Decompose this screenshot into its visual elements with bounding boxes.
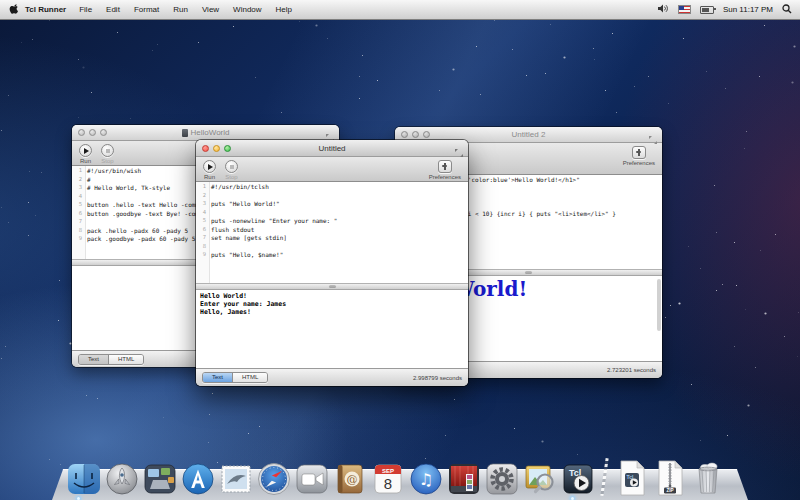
- close-button[interactable]: [401, 131, 408, 138]
- dock-item-ical[interactable]: SEP8: [370, 460, 405, 496]
- close-button[interactable]: [202, 145, 209, 152]
- input-language-flag-icon[interactable]: [678, 5, 691, 14]
- dock-item-mail[interactable]: [218, 460, 253, 496]
- dock-item-facetime[interactable]: [294, 460, 329, 496]
- minimize-button[interactable]: [213, 145, 220, 152]
- code-line: 2: [196, 192, 468, 201]
- window-untitled: Untitled Run Stop Preferences 1#!/usr/bi…: [196, 140, 468, 386]
- launchpad-icon: [105, 462, 139, 496]
- stop-icon: [106, 149, 110, 153]
- finder-icon: [67, 462, 101, 496]
- mail-icon: [219, 462, 253, 496]
- slider-icon: [444, 163, 446, 170]
- titlebar[interactable]: Untitled: [196, 140, 468, 157]
- tcl-document-icon: Tcl: [616, 460, 648, 496]
- menu-item-format[interactable]: Format: [127, 5, 166, 14]
- dock-separator: [600, 458, 608, 496]
- zoom-button[interactable]: [224, 145, 231, 152]
- output-mode-control: TextHTML: [202, 372, 268, 383]
- tab-html[interactable]: HTML: [108, 355, 143, 364]
- menu-app-name[interactable]: Tcl Runner: [25, 5, 66, 14]
- output-pane[interactable]: Hello World!Enter your name: JamesHello,…: [196, 290, 468, 368]
- bottom-bar: TextHTML 2.998799 seconds: [196, 368, 468, 386]
- run-button[interactable]: Run: [79, 144, 92, 164]
- desktop: Tcl Runner FileEditFormatRunViewWindowHe…: [0, 0, 800, 500]
- code-line: 5puts -nonewline "Enter your name: ": [196, 217, 468, 226]
- calendar-icon: SEP8: [371, 462, 405, 496]
- run-time: 2.998799 seconds: [413, 375, 462, 381]
- zoom-button[interactable]: [100, 129, 107, 136]
- window-title: Untitled 2: [395, 130, 662, 139]
- output-line: Enter your name: James: [200, 300, 468, 308]
- photo-booth-icon: [447, 462, 481, 496]
- toolbar: Run Stop Preferences: [196, 157, 468, 182]
- minimize-button[interactable]: [89, 129, 96, 136]
- scrollbar[interactable]: [657, 279, 661, 331]
- code-line: 1#!/usr/bin/tclsh: [196, 183, 468, 192]
- dock-item-launchpad[interactable]: [104, 460, 139, 496]
- zip-label: ZIP: [666, 488, 673, 493]
- preferences-button[interactable]: Preferences: [623, 146, 655, 166]
- run-time: 2.723201 seconds: [607, 367, 656, 373]
- dock-item-preview[interactable]: [522, 460, 557, 496]
- preferences-button[interactable]: Preferences: [429, 160, 461, 180]
- gear-icon: [485, 462, 519, 496]
- tab-text[interactable]: Text: [203, 373, 232, 382]
- dock-item-finder[interactable]: [66, 460, 101, 496]
- code-line: 3puts "Hello World!": [196, 200, 468, 209]
- tab-text[interactable]: Text: [79, 355, 108, 364]
- menu-bar: Tcl Runner FileEditFormatRunViewWindowHe…: [0, 0, 800, 20]
- code-editor[interactable]: 1#!/usr/bin/tclsh23puts "Hello World!"45…: [196, 182, 468, 283]
- dock-item-zip-archive[interactable]: ZIP: [652, 460, 687, 496]
- resize-icon[interactable]: [455, 143, 463, 161]
- close-button[interactable]: [78, 129, 85, 136]
- code-line: 6flush stdout: [196, 226, 468, 235]
- menu-item-window[interactable]: Window: [226, 5, 268, 14]
- dock-item-itunes[interactable]: ♫: [408, 460, 443, 496]
- tab-html[interactable]: HTML: [232, 373, 267, 382]
- dock-item-app-store[interactable]: [180, 460, 215, 496]
- battery-icon[interactable]: [700, 6, 714, 14]
- menu-item-file[interactable]: File: [72, 5, 99, 14]
- dock-item-tcl-document[interactable]: Tcl: [614, 460, 649, 496]
- menu-item-edit[interactable]: Edit: [99, 5, 127, 14]
- app-store-icon: [181, 462, 215, 496]
- minimize-button[interactable]: [412, 131, 419, 138]
- code-line: 9puts "Hello, $name!": [196, 251, 468, 260]
- stop-button[interactable]: Stop: [225, 160, 238, 180]
- titlebar[interactable]: HelloWorld: [72, 125, 339, 141]
- document-proxy-icon[interactable]: [182, 129, 188, 137]
- menu-item-view[interactable]: View: [195, 5, 226, 14]
- menu-items: FileEditFormatRunViewWindowHelp: [72, 5, 299, 14]
- window-title: HelloWorld: [72, 128, 339, 137]
- splitter-handle[interactable]: [196, 283, 468, 290]
- calendar-day: 8: [383, 475, 391, 492]
- menu-item-run[interactable]: Run: [166, 5, 195, 14]
- apple-menu-icon[interactable]: [8, 3, 18, 17]
- dock-item-system-preferences[interactable]: [484, 460, 519, 496]
- preview-icon: [523, 462, 557, 496]
- dock-item-tcl-runner[interactable]: Tcl: [560, 460, 595, 496]
- resize-icon[interactable]: [649, 130, 657, 148]
- menu-clock[interactable]: Sun 11:17 PM: [723, 5, 773, 14]
- spotlight-icon[interactable]: [782, 4, 792, 16]
- code-line: 8: [196, 243, 468, 252]
- dock-item-mission-control[interactable]: [142, 460, 177, 496]
- trash-icon: [691, 460, 725, 496]
- slider-icon: [638, 149, 640, 156]
- dock-item-address-book[interactable]: @: [332, 460, 367, 496]
- dock-item-safari[interactable]: [256, 460, 291, 496]
- play-icon: [84, 148, 89, 154]
- stop-button[interactable]: Stop: [101, 144, 114, 164]
- mission-control-icon: [143, 462, 177, 496]
- calendar-month: SEP: [381, 468, 393, 474]
- dock: @ SEP8 ♫ Tcl Tcl ZIP: [66, 458, 725, 496]
- address-book-icon: @: [333, 462, 367, 496]
- svg-text:♫: ♫: [418, 470, 432, 489]
- volume-icon[interactable]: [658, 4, 669, 15]
- dock-item-photo-booth[interactable]: [446, 460, 481, 496]
- menu-item-help[interactable]: Help: [269, 5, 299, 14]
- dock-item-trash[interactable]: [690, 460, 725, 496]
- zoom-button[interactable]: [423, 131, 430, 138]
- run-button[interactable]: Run: [203, 160, 216, 180]
